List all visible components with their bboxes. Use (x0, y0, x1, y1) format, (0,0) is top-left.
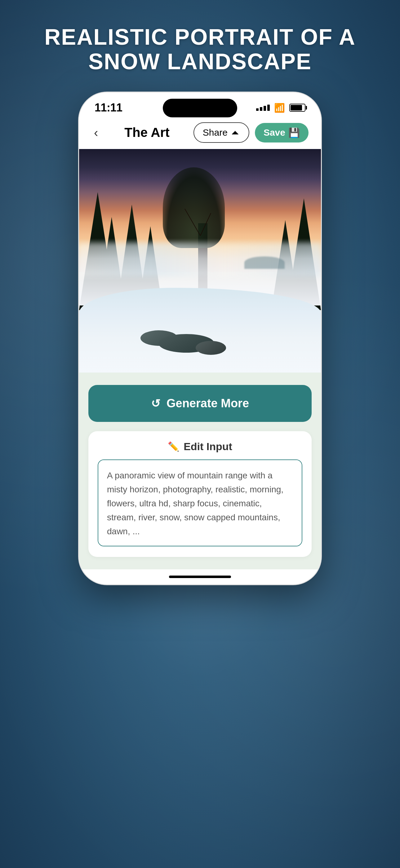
fog-wisp (79, 243, 321, 277)
share-label: Share (203, 127, 228, 138)
generated-image (79, 149, 321, 373)
status-bar: 11:11 📶 (79, 93, 321, 117)
save-label: Save (264, 127, 285, 138)
snow-layer (79, 288, 321, 373)
content-area: ↺ Generate More ✏️ Edit Input (79, 373, 321, 569)
share-button[interactable]: Share ⏶ (194, 122, 249, 143)
rock-3 (196, 341, 226, 355)
distant-hill (244, 256, 285, 269)
signal-icon (256, 104, 270, 111)
back-button[interactable]: ‹ (92, 123, 100, 142)
refresh-icon: ↺ (151, 397, 160, 410)
nav-title: The Art (124, 125, 169, 140)
share-icon: ⏶ (231, 127, 240, 138)
phone-mockup: 11:11 📶 ‹ The Art Share ⏶ Save (79, 93, 321, 584)
edit-input-header: ✏️ Edit Input (98, 440, 302, 453)
generate-more-label: Generate More (167, 397, 249, 410)
nav-actions: Share ⏶ Save 💾 (194, 122, 308, 143)
edit-input-card: ✏️ Edit Input (88, 431, 312, 557)
prompt-input[interactable] (98, 460, 302, 547)
wifi-icon: 📶 (274, 103, 285, 113)
save-icon: 💾 (288, 127, 300, 138)
page-title: REALISTIC PORTRAIT OF A SNOW LANDSCAPE (0, 25, 400, 74)
save-button[interactable]: Save 💾 (255, 123, 308, 143)
home-bar (169, 576, 231, 578)
status-icons: 📶 (256, 103, 305, 113)
pencil-icon: ✏️ (168, 441, 179, 452)
nav-bar: ‹ The Art Share ⏶ Save 💾 (79, 117, 321, 149)
status-time: 11:11 (95, 101, 123, 114)
battery-icon (289, 104, 305, 112)
home-indicator (79, 569, 321, 584)
edit-input-label: Edit Input (184, 440, 232, 453)
generate-more-button[interactable]: ↺ Generate More (88, 385, 312, 422)
dynamic-island (163, 99, 237, 117)
